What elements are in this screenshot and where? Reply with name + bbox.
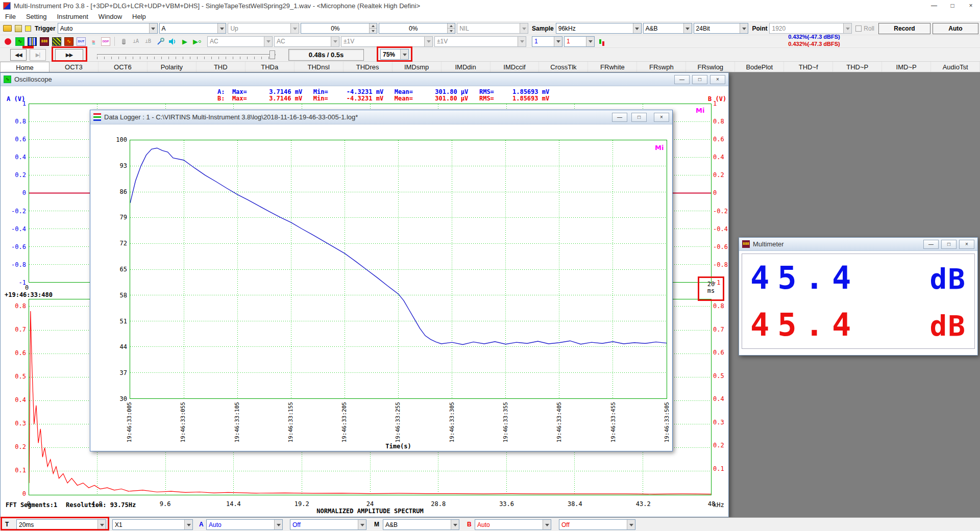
data-logger-title-bar[interactable]: Data Logger : 1 - C:\VIRTINS Multi-Instr… — [90, 110, 672, 124]
device-test-plan-icon[interactable]: DUT — [77, 37, 86, 46]
panel-tab[interactable]: BodePlot — [735, 62, 784, 72]
chevron-down-icon[interactable] — [683, 23, 692, 33]
open-file-icon[interactable] — [3, 25, 12, 32]
coupling-a-select[interactable]: AC — [207, 36, 273, 47]
chevron-down-icon[interactable] — [451, 520, 459, 529]
position-slider-thumb[interactable] — [270, 50, 275, 59]
position-slider-track[interactable] — [97, 54, 276, 56]
chevron-down-icon[interactable] — [627, 520, 635, 529]
minimize-button[interactable]: — — [925, 0, 943, 11]
play-loop-icon[interactable]: ▶ — [192, 37, 202, 46]
panel-tab[interactable]: Polarity — [148, 62, 197, 72]
maximize-button[interactable]: □ — [943, 0, 962, 11]
play-icon[interactable]: ▶ — [180, 37, 189, 46]
chevron-down-icon[interactable] — [543, 520, 551, 529]
panel-tab[interactable]: IMDdin — [442, 62, 491, 72]
timebase-select[interactable]: 20ms — [16, 519, 106, 530]
panel-tab[interactable]: OCT3 — [50, 62, 99, 72]
multimeter-title-bar[interactable]: 888 Multimeter — □ × — [739, 238, 977, 251]
chevron-down-icon[interactable] — [149, 23, 157, 33]
menu-item[interactable]: Window — [93, 12, 127, 21]
sample-rate-select[interactable]: 96kHz — [556, 23, 642, 34]
range-a-select[interactable]: ±1V — [341, 36, 433, 47]
chevron-down-icon[interactable] — [740, 23, 748, 33]
trigger-delay-spinner[interactable]: 0% — [379, 23, 455, 34]
panel-tab[interactable]: IMDccif — [491, 62, 540, 72]
panel-tab[interactable]: CrossTlk — [539, 62, 588, 72]
channel-b-range-select[interactable]: Auto — [475, 519, 551, 530]
panel-tab[interactable]: THD~f — [784, 62, 833, 72]
panel-tab[interactable]: Home — [0, 62, 50, 72]
chevron-down-icon[interactable] — [400, 49, 408, 59]
ddp-viewer-icon[interactable]: DDP — [101, 37, 110, 46]
save-file-icon[interactable] — [15, 25, 22, 32]
panel-tab[interactable]: THD~P — [833, 62, 882, 72]
chevron-down-icon[interactable] — [184, 520, 192, 529]
record-stop-icon[interactable] — [3, 37, 12, 46]
chevron-down-icon[interactable] — [97, 520, 106, 529]
menu-item[interactable]: Setting — [21, 12, 52, 21]
spectrum-3d-plot-icon[interactable] — [52, 37, 61, 46]
probe-calibration-icon[interactable] — [156, 37, 165, 46]
microphone-icon[interactable] — [119, 37, 128, 46]
panel-tab[interactable]: IMD~P — [882, 62, 931, 72]
trigger-source-select[interactable]: A — [159, 23, 227, 34]
signal-generator-icon[interactable]: ∿ — [64, 37, 74, 46]
step-button[interactable]: ▶| — [30, 49, 46, 61]
chevron-down-icon[interactable] — [274, 520, 282, 529]
panel-tab[interactable]: FRwhite — [588, 62, 637, 72]
menu-item[interactable]: Help — [127, 12, 151, 21]
close-button[interactable]: × — [959, 240, 974, 249]
trigger-hpf-select[interactable]: NIL — [457, 23, 528, 34]
minimize-button[interactable]: — — [674, 75, 690, 84]
panel-tab[interactable]: FRswph — [637, 62, 686, 72]
restore-button[interactable]: □ — [941, 240, 957, 249]
spinner-arrows-icon[interactable] — [369, 23, 377, 33]
chevron-down-icon[interactable] — [217, 23, 226, 33]
ground-a-icon[interactable]: ⊥A — [131, 37, 140, 46]
minimize-button[interactable]: — — [612, 113, 627, 122]
auto-button[interactable]: Auto — [933, 23, 978, 34]
zoom-select[interactable]: 75% — [380, 49, 409, 60]
probe-a-select[interactable]: 1 — [532, 36, 562, 47]
channel-a-range-select[interactable]: Auto — [206, 519, 283, 530]
trigger-mode-select[interactable]: Auto — [58, 23, 158, 34]
derived-data-point-icon[interactable]: ≈ — [89, 37, 98, 46]
close-button[interactable]: × — [710, 75, 725, 84]
maximize-button[interactable]: □ — [631, 113, 647, 122]
chevron-down-icon[interactable] — [358, 520, 366, 529]
chevron-down-icon[interactable] — [633, 23, 641, 33]
panel-tab[interactable]: THDa — [246, 62, 295, 72]
sample-bits-select[interactable]: 24Bit — [694, 23, 749, 34]
record-button[interactable]: Record — [878, 23, 930, 34]
multimeter-icon[interactable]: 888 — [40, 37, 49, 46]
panel-tab[interactable]: OCT6 — [99, 62, 148, 72]
panel-tab[interactable]: THDres — [344, 62, 393, 72]
sample-channels-select[interactable]: A&B — [643, 23, 692, 34]
rewind-button[interactable]: ◀◀ — [10, 49, 27, 61]
probe-b-select[interactable]: 1 — [564, 36, 595, 47]
menu-item[interactable]: File — [0, 12, 21, 21]
oscilloscope-title-bar[interactable]: ∿ Oscilloscope — □ × — [1, 73, 728, 86]
math-mode-select[interactable]: A&B — [383, 519, 459, 530]
menu-item[interactable]: Instrument — [52, 12, 93, 21]
roll-checkbox[interactable]: Roll — [855, 25, 874, 32]
fast-forward-button[interactable]: ▶▶ — [55, 49, 83, 61]
panel-tab[interactable]: FRswlog — [686, 62, 735, 72]
sound-output-icon[interactable] — [168, 37, 177, 46]
trigger-edge-select[interactable]: Up — [228, 23, 299, 34]
coupling-b-select[interactable]: AC — [274, 36, 339, 47]
panel-tab[interactable]: AudioTst — [931, 62, 980, 72]
spectrum-analyzer-icon[interactable] — [28, 37, 37, 46]
trigger-level-spinner[interactable]: 0% — [301, 23, 377, 34]
range-b-select[interactable]: ±1V — [434, 36, 526, 47]
close-button[interactable]: × — [654, 113, 669, 122]
panel-tab[interactable]: IMDsmp — [393, 62, 442, 72]
channel-b-filter-select[interactable]: Off — [559, 519, 635, 530]
chevron-down-icon[interactable] — [586, 37, 594, 46]
spinner-arrows-icon[interactable] — [447, 23, 455, 33]
oscilloscope-icon[interactable]: ∿ — [15, 37, 24, 46]
minimize-button[interactable]: — — [923, 240, 939, 249]
close-button[interactable]: × — [962, 0, 980, 11]
restore-button[interactable]: □ — [692, 75, 707, 84]
